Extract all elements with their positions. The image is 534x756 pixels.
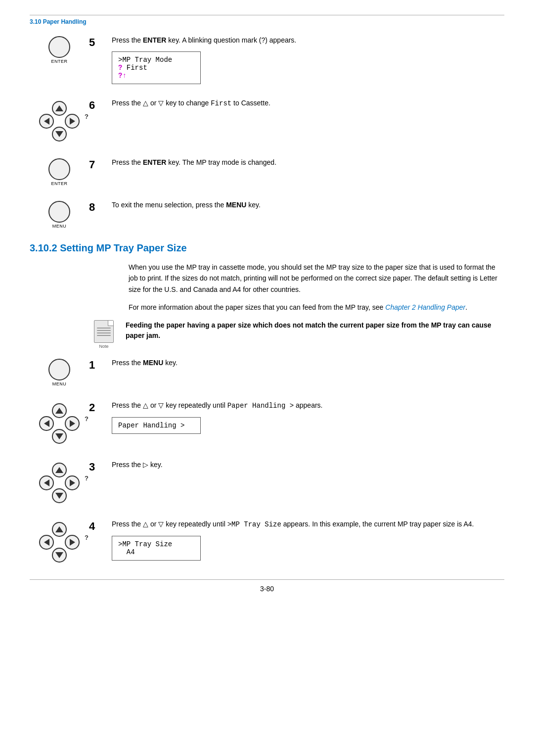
step-content-8: To exit the menu selection, press the ME… — [112, 200, 504, 213]
lcd-display-s4: >MP Tray Size A4 — [112, 536, 201, 561]
step-row-s3: ? 3 Press the ▷ key. — [30, 460, 504, 505]
question-mark-s4: ? — [85, 534, 89, 541]
step-row-s4: ? 4 Press the △ or ▽ key repeatedly unti… — [30, 519, 504, 565]
nav-down-btn-s3 — [52, 488, 67, 503]
step-text-5: Press the ENTER key. A blinking question… — [112, 35, 504, 46]
menu-label-8: MENU — [52, 224, 67, 229]
step-text-s3: Press the ▷ key. — [112, 460, 504, 470]
chapter-link[interactable]: Chapter 2 Handling Paper — [385, 303, 465, 311]
note-icon: Note — [89, 320, 119, 349]
menu-button-8 — [48, 201, 70, 223]
question-mark-s2: ? — [85, 415, 89, 423]
page: 3.10 Paper Handling ENTER 5 Press the EN… — [0, 0, 534, 613]
nav-right-btn-s2 — [65, 416, 80, 431]
nav-icon-s4: ? — [30, 519, 89, 565]
menu-icon-s1: MENU — [30, 358, 89, 386]
menu-icon-8: MENU — [30, 200, 89, 229]
step-content-6: Press the △ or ▽ key to change First to … — [112, 98, 504, 112]
nav-right-btn-s3 — [65, 475, 80, 490]
step-row-s1: MENU 1 Press the MENU key. — [30, 358, 504, 386]
step-number-s3: 3 — [89, 460, 107, 473]
lcd-display-s2: Paper Handling > — [112, 417, 201, 434]
paper-document-icon — [94, 320, 114, 343]
note-label: Note — [99, 344, 108, 349]
nav-down-btn-s4 — [52, 548, 67, 563]
step-text-s2: Press the △ or ▽ key repeatedly until Pa… — [112, 400, 504, 411]
step-content-s1: Press the MENU key. — [112, 358, 504, 371]
step-number-7: 7 — [89, 157, 107, 171]
step-number-s4: 4 — [89, 519, 107, 533]
step-row-5: ENTER 5 Press the ENTER key. A blinking … — [30, 35, 504, 84]
step-number-6: 6 — [89, 98, 107, 112]
enter-button-7 — [48, 158, 70, 180]
step-number-5: 5 — [89, 35, 107, 49]
step-row-s2: ? 2 Press the △ or ▽ key repeatedly unti… — [30, 400, 504, 446]
enter-button — [48, 36, 70, 58]
step-text-6: Press the △ or ▽ key to change First to … — [112, 98, 504, 109]
section-heading: 3.10.2 Setting MP Tray Paper Size — [30, 242, 504, 254]
step-number-s1: 1 — [89, 358, 107, 372]
step-text-s1: Press the MENU key. — [112, 358, 504, 368]
breadcrumb: 3.10 Paper Handling — [30, 18, 504, 25]
note-text: Feeding the paper having a paper size wh… — [126, 320, 504, 341]
nav-down-btn-6 — [52, 127, 67, 142]
menu-button-s1 — [48, 359, 70, 380]
nav-down-btn-s2 — [52, 429, 67, 444]
step-row-8: MENU 8 To exit the menu selection, press… — [30, 200, 504, 229]
enter-label-7: ENTER — [51, 181, 67, 186]
top-rule — [30, 15, 504, 15]
step-row-6: ? 6 Press the △ or ▽ key to change First… — [30, 98, 504, 143]
page-number: 3-80 — [30, 585, 504, 593]
step-content-s4: Press the △ or ▽ key repeatedly until >M… — [112, 519, 504, 561]
step-text-s4: Press the △ or ▽ key repeatedly until >M… — [112, 519, 504, 530]
step-content-s2: Press the △ or ▽ key repeatedly until Pa… — [112, 400, 504, 434]
menu-label-s1: MENU — [52, 381, 67, 386]
step-content-5: Press the ENTER key. A blinking question… — [112, 35, 504, 84]
step-content-s3: Press the ▷ key. — [112, 460, 504, 473]
body-para1: When you use the MP tray in cassette mod… — [129, 262, 504, 295]
nav-icon-s3: ? — [30, 460, 89, 505]
nav-right-btn-s4 — [65, 535, 80, 550]
nav-icon-6: ? — [30, 98, 89, 143]
nav-icon-s2: ? — [30, 400, 89, 446]
nav-left-btn-s2 — [39, 416, 54, 431]
enter-icon-7: ENTER — [30, 157, 89, 186]
nav-left-btn-s4 — [39, 535, 54, 550]
step-text-7: Press the ENTER key. The MP tray mode is… — [112, 157, 504, 168]
nav-left-btn-6 — [39, 114, 54, 129]
enter-icon-5: ENTER — [30, 35, 89, 64]
step-number-8: 8 — [89, 200, 107, 214]
body-para2: For more information about the paper siz… — [129, 302, 504, 313]
nav-right-btn-6 — [65, 114, 80, 129]
note-row: Note Feeding the paper having a paper si… — [89, 320, 504, 349]
nav-left-btn-s3 — [39, 475, 54, 490]
step-text-8: To exit the menu selection, press the ME… — [112, 200, 504, 210]
question-mark-6: ? — [85, 113, 89, 120]
enter-label: ENTER — [51, 59, 67, 64]
step-number-s2: 2 — [89, 400, 107, 414]
question-mark-s3: ? — [85, 474, 89, 482]
bottom-rule — [30, 579, 504, 580]
lcd-display-5: >MP Tray Mode ? First ?↑ — [112, 51, 201, 84]
step-content-7: Press the ENTER key. The MP tray mode is… — [112, 157, 504, 171]
step-row-7: ENTER 7 Press the ENTER key. The MP tray… — [30, 157, 504, 186]
